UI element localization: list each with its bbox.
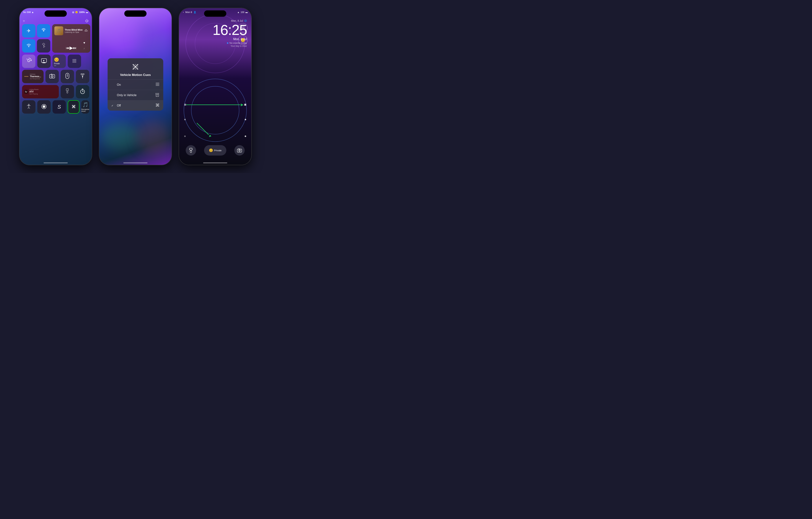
svg-point-8	[72, 59, 74, 60]
living-room-title: ATV	[29, 90, 38, 93]
camera-control[interactable]	[234, 145, 245, 156]
music-art: 🎵	[54, 26, 63, 35]
corner-dot-br	[245, 136, 246, 137]
antenna-tile[interactable]	[76, 70, 89, 83]
thermostat-icon: ━━	[24, 75, 28, 79]
wifi-status-icon: ▲	[237, 11, 239, 13]
svg-point-13	[75, 60, 76, 61]
off-label: Off	[117, 104, 121, 107]
menu-item-on[interactable]: On	[108, 80, 163, 90]
focus-grid-toggle[interactable]	[68, 55, 81, 68]
dot-left	[184, 104, 186, 106]
off-check: ✓	[111, 104, 115, 107]
screen-mirror-toggle[interactable]	[37, 55, 51, 68]
menu-icon-wrap	[130, 62, 140, 72]
svg-rect-78	[190, 151, 192, 153]
home-bar-2[interactable]	[123, 162, 147, 163]
airplane-icon: ✈	[27, 28, 31, 34]
carrier-label: No SIM	[23, 11, 31, 13]
recognise-music-icon: 🎵	[82, 102, 88, 108]
menu-item-only-in-vehicle[interactable]: Only in Vehicle	[108, 90, 163, 101]
accessibility-tile[interactable]	[22, 100, 35, 114]
add-button[interactable]: +	[23, 19, 25, 23]
svg-rect-24	[67, 76, 68, 77]
home-bar-1[interactable]	[44, 162, 68, 163]
svg-point-1	[28, 46, 29, 47]
timer-tile[interactable]	[76, 85, 89, 99]
recognise-music-label: Recognise Music	[81, 108, 89, 112]
private-control-icon: 😊	[209, 148, 213, 153]
private-control[interactable]: 😊 Private	[204, 145, 226, 156]
menu-item-off[interactable]: ✓ Off	[108, 101, 163, 111]
music-tile[interactable]: 🎵 Three Blind Mice Listening on Spar	[52, 24, 90, 53]
next-button[interactable]: ⏭	[73, 46, 77, 50]
bluetooth-toggle[interactable]	[37, 39, 50, 53]
camera-tile[interactable]	[46, 70, 59, 83]
emoji-icon: 😊	[75, 11, 78, 13]
hotspot-icon	[41, 27, 47, 34]
power-button[interactable]: ⏻	[85, 19, 88, 23]
lockscreen-controls: 😊 Private	[179, 145, 251, 156]
focus-label: Private	[54, 62, 60, 64]
play-button[interactable]: ▶	[69, 45, 73, 51]
arrow-line	[186, 105, 240, 105]
camera-dot: ●	[183, 11, 184, 13]
airplane-toggle[interactable]: ✈	[22, 24, 35, 37]
screen-record-tile[interactable]	[37, 100, 51, 114]
living-room-sub: Not Playing	[29, 93, 38, 95]
svg-rect-23	[67, 75, 68, 76]
airplay-button[interactable]	[84, 29, 88, 33]
flashlight-tile[interactable]	[61, 85, 74, 99]
dot-right	[244, 104, 246, 106]
focus-toggle[interactable]: 😊 Private On	[53, 55, 66, 68]
svg-rect-27	[67, 91, 68, 93]
remote-tile[interactable]	[61, 70, 74, 83]
no-events-label: No events today	[230, 42, 247, 44]
private-control-label: Private	[214, 149, 222, 152]
arrow-right-head: ►	[240, 102, 244, 107]
music-note-icon: ♪	[84, 47, 85, 50]
vmc-icon	[71, 104, 76, 110]
screen-mirror-icon	[41, 58, 47, 64]
corner-dot-tl	[184, 119, 186, 120]
svg-point-19	[52, 76, 53, 77]
battery-status: 100	[241, 11, 244, 13]
svg-point-14	[72, 62, 74, 63]
living-room-tile[interactable]: tv Living Room ATV Not Playing	[22, 85, 59, 99]
svg-point-22	[67, 74, 68, 75]
kitchen-label: Kitchen	[30, 73, 41, 75]
rotation-lock-toggle[interactable]	[22, 55, 35, 68]
svg-point-16	[75, 62, 76, 63]
heart-icon[interactable]: ♥	[84, 41, 85, 45]
prev-button[interactable]: ⏮	[66, 46, 69, 50]
recognise-music-tile[interactable]: 🎵 Recognise Music	[81, 100, 89, 114]
battery-label: 100%	[79, 11, 85, 13]
vehicle-motion-cues-tile[interactable]	[68, 100, 79, 114]
svg-point-66	[158, 96, 158, 97]
svg-rect-2	[85, 31, 87, 31]
phone-1: No SIM ▲ ◎ 😊 100% ▬ + ⏻ ✈	[20, 8, 92, 165]
wifi-toggle[interactable]	[22, 39, 35, 53]
svg-point-11	[72, 60, 74, 61]
svg-point-36	[43, 105, 45, 108]
kitchen-tile[interactable]: ━━ Kitchen Thermos... No Response	[22, 70, 44, 83]
svg-point-15	[74, 62, 75, 63]
no-events-dot	[227, 42, 228, 44]
svg-point-12	[74, 60, 75, 61]
shazam-tile[interactable]: S	[53, 100, 66, 114]
vehicle-icon	[155, 92, 160, 98]
menu-title: Vehicle Motion Cues	[120, 73, 151, 77]
music-title: Three Blind Mice	[65, 29, 83, 31]
accessibility-icon	[26, 104, 32, 110]
home-bar-3[interactable]	[203, 162, 227, 163]
kitchen-title: Thermos...	[30, 75, 41, 78]
hotspot-toggle[interactable]	[37, 24, 50, 37]
flashlight-control[interactable]	[186, 145, 196, 156]
focus-sub: On	[54, 64, 56, 66]
focus-grid-icon	[72, 58, 77, 64]
vehicle-motion-cues-menu: Vehicle Motion Cues On	[108, 58, 163, 111]
phone-3: ● Mon 8 👤 ▲ 100 ▬ Mon, 8 Jul 🌐 16:25 Mon…	[179, 8, 251, 165]
person-icon: 👤	[194, 11, 196, 13]
focus-moon-icon: 😊	[54, 57, 59, 62]
date-status: Mon 8	[185, 11, 192, 13]
